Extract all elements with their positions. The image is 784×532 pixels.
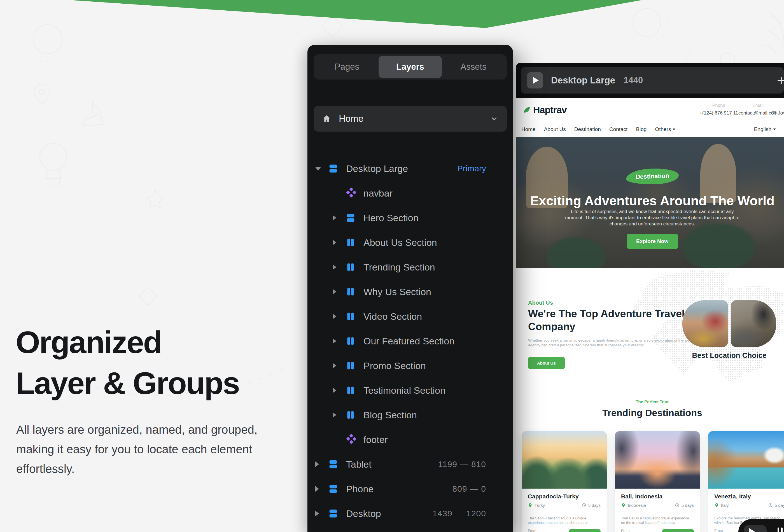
destination-card-bali-indonesia[interactable]: Bali, Indonesia Indonesia 5 days Tour Ba… — [615, 431, 700, 532]
page-selector-label: Home — [339, 113, 363, 124]
caret-right-icon[interactable] — [333, 363, 336, 368]
chevron-down-icon[interactable] — [490, 114, 498, 123]
about-section: About Us We're The Top Adventure Travel … — [516, 268, 784, 391]
nav-item-others[interactable]: Others — [655, 126, 675, 133]
frame-icon — [328, 483, 339, 495]
caret-right-icon[interactable] — [333, 412, 336, 418]
layer-row-hero-section[interactable]: Hero Section — [307, 205, 513, 230]
layer-label: navbar — [363, 188, 393, 199]
layer-row-why-us-section[interactable]: Why Us Section — [307, 279, 513, 304]
video-chip[interactable] — [738, 519, 784, 532]
nav-item-destination[interactable]: Destination — [574, 126, 601, 133]
site-logo[interactable]: Haptrav — [523, 105, 567, 115]
tab-layers[interactable]: Layers — [379, 56, 442, 78]
primary-badge: Primary — [457, 164, 486, 173]
layer-row-footer[interactable]: footer — [307, 427, 513, 452]
nav-item-home[interactable]: Home — [521, 126, 536, 133]
section-icon — [345, 311, 356, 322]
frame-dimensions: 809 — 0 — [452, 484, 486, 494]
layer-row-phone[interactable]: Phone809 — 0 — [307, 477, 513, 501]
destination-card-cappadocia-turky[interactable]: Cappadocia-Turky Turky 5 days The Saphi-… — [522, 431, 607, 532]
layer-row-trending-section[interactable]: Trending Section — [307, 255, 513, 279]
frame-toolbar: Desktop Large 1440 + — [521, 67, 784, 93]
card-from-label: From — [621, 529, 638, 532]
card-duration: 5 days — [681, 503, 694, 508]
destination-cards: Cappadocia-Turky Turky 5 days The Saphi-… — [522, 431, 784, 532]
layer-label: Desktop Large — [346, 163, 408, 174]
frame-dimensions: 1439 — 1200 — [432, 509, 486, 518]
caret-right-icon[interactable] — [333, 264, 336, 270]
layer-row-tablet[interactable]: Tablet1199 — 810 — [307, 452, 513, 477]
card-from-label: From — [714, 529, 734, 532]
chevron-down-icon — [673, 129, 675, 130]
play-button[interactable] — [527, 72, 543, 88]
contact-office: Office33 Joy Street, USA — [768, 103, 784, 116]
explore-now-button[interactable]: Explore Now — [627, 234, 678, 249]
card-duration: 5 days — [775, 503, 784, 508]
caret-right-icon[interactable] — [333, 215, 336, 221]
trending-title: Trending Destinations — [516, 408, 784, 418]
card-location: Indonesia — [628, 503, 646, 508]
layer-row-partial[interactable] — [307, 526, 513, 532]
nav-item-label: Destination — [574, 126, 601, 133]
language-selector[interactable]: English — [754, 126, 783, 133]
marketing-slide: OrganizedLayer & Groups All layers are o… — [0, 0, 784, 532]
layer-label: Our Featured Section — [363, 336, 454, 347]
tab-assets[interactable]: Assets — [442, 56, 505, 78]
destination-card-venezia-italy[interactable]: Venezia, Italy Italy 5 days Explore the … — [708, 431, 784, 532]
hero-text: Life is full of surprises, and we know t… — [561, 208, 744, 227]
trending-section: The Perfect Tour Trending Destinations C… — [516, 391, 784, 532]
hero-photo-tree — [682, 223, 755, 268]
section-icon — [345, 237, 356, 248]
card-description: The Saphi-Thailand Tour is a unique expe… — [528, 516, 600, 525]
nav-item-about-us[interactable]: About Us — [544, 126, 566, 133]
contact-value: 33 Joy Street, USA — [768, 110, 784, 116]
caret-right-icon[interactable] — [333, 338, 336, 344]
details-button[interactable]: Details — [662, 529, 694, 532]
nav-item-contact[interactable]: Contact — [609, 126, 627, 133]
page-selector[interactable]: Home — [314, 106, 507, 132]
equalizer-icon — [778, 528, 784, 532]
section-icon — [345, 409, 356, 421]
layer-row-our-featured-section[interactable]: Our Featured Section — [307, 329, 513, 353]
layer-row-video-section[interactable]: Video Section — [307, 304, 513, 329]
caret-right-icon[interactable] — [333, 388, 336, 393]
layer-label: Promo Section — [363, 360, 426, 371]
details-button[interactable]: Details — [569, 529, 600, 532]
frame-icon — [328, 508, 339, 519]
layer-label: Blog Section — [363, 410, 417, 421]
caret-right-icon[interactable] — [315, 461, 319, 467]
caret-right-icon[interactable] — [333, 314, 336, 319]
layer-label: Tablet — [346, 459, 371, 470]
frame-icon — [345, 212, 356, 223]
nav-item-blog[interactable]: Blog — [636, 126, 646, 133]
site-navbar: HomeAbout UsDestinationContactBlogOthers… — [516, 122, 784, 137]
layer-label: About Us Section — [363, 237, 437, 248]
card-location: Turky — [534, 503, 545, 508]
clock-icon — [675, 503, 679, 508]
tab-pages[interactable]: Pages — [315, 56, 379, 78]
layer-label: Hero Section — [363, 213, 419, 223]
panel-tabs: PagesLayersAssets — [314, 54, 507, 80]
chevron-down-icon — [773, 129, 776, 130]
caret-down-icon[interactable] — [315, 167, 321, 171]
layer-row-desktop-large[interactable]: Desktop LargePrimary — [307, 156, 513, 181]
add-button[interactable]: + — [777, 73, 784, 88]
about-label: About Us — [528, 300, 553, 306]
about-text: Whether you seek a romantic escape, a fa… — [528, 338, 710, 347]
caret-right-icon[interactable] — [315, 511, 319, 516]
layer-row-blog-section[interactable]: Blog Section — [307, 403, 513, 427]
card-location: Italy — [721, 503, 729, 508]
about-us-button[interactable]: About Us — [528, 357, 565, 369]
frame-title: Desktop Large — [551, 75, 615, 86]
caret-right-icon[interactable] — [333, 240, 336, 245]
caret-right-icon[interactable] — [315, 486, 319, 492]
layer-row-promo-section[interactable]: Promo Section — [307, 353, 513, 378]
layer-row-navbar[interactable]: navbar — [307, 181, 513, 205]
layer-row-desktop[interactable]: Desktop1439 — 1200 — [307, 501, 513, 526]
section-icon — [345, 360, 356, 371]
layer-label: Trending Section — [363, 262, 435, 273]
layer-row-about-us-section[interactable]: About Us Section — [307, 230, 513, 255]
layer-row-testimonial-section[interactable]: Testimonial Section — [307, 378, 513, 403]
caret-right-icon[interactable] — [333, 289, 336, 295]
